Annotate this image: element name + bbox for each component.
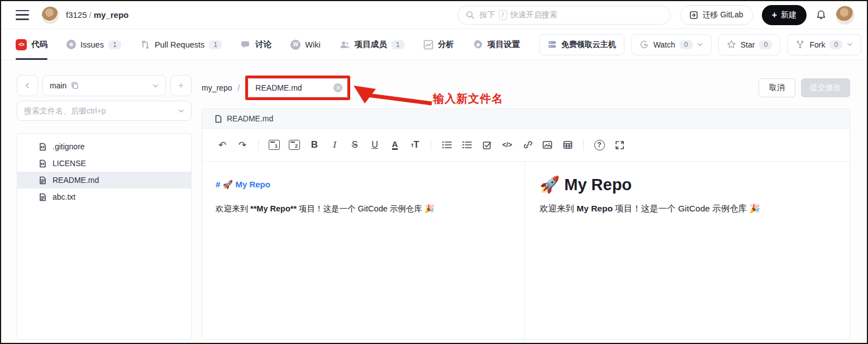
nav-actions: 免费领取云主机 Watch 0 Star 0 Fork 0: [539, 34, 862, 55]
font-color-icon[interactable]: A: [386, 136, 404, 154]
user-avatar[interactable]: [836, 6, 855, 25]
members-icon: [340, 40, 350, 50]
file-row-readme[interactable]: README.md: [17, 172, 191, 189]
bold-icon[interactable]: B: [306, 136, 323, 154]
file-row-license[interactable]: LICENSE: [17, 155, 191, 172]
image-icon[interactable]: [538, 136, 556, 154]
pr-count-badge: 1: [209, 40, 222, 49]
underline-icon[interactable]: U: [366, 136, 384, 154]
watch-eye-icon: [640, 40, 649, 49]
code-icon: <>: [16, 39, 27, 50]
preview-heading: 🚀 My Repo: [540, 175, 835, 194]
tab-issues[interactable]: Issues 1: [66, 29, 121, 60]
branch-name: main: [50, 81, 66, 90]
file-sidebar: main + .gitignore LICENSE: [17, 75, 192, 340]
heading2-icon[interactable]: 2: [285, 136, 303, 154]
watch-count: 0: [680, 40, 693, 49]
help-icon[interactable]: ?: [590, 136, 608, 154]
fullscreen-icon[interactable]: [611, 136, 628, 154]
tab-code[interactable]: <> 代码: [16, 29, 47, 60]
repo-name-link[interactable]: my_repo: [94, 10, 129, 20]
header-right: 按下 / 快速开启搜索 迁移 GitLab + 新建: [457, 5, 855, 25]
preview-paragraph: 欢迎来到 My Repo 项目！这是一个 GitCode 示例仓库 🎉: [540, 203, 835, 215]
free-cloud-host-button[interactable]: 免费领取云主机: [539, 34, 624, 55]
file-row-abc[interactable]: abc.txt: [17, 189, 191, 205]
tab-analytics[interactable]: 分析: [423, 29, 454, 60]
search-placeholder: 按下 / 快速开启搜索: [480, 10, 557, 20]
editor-column: my_repo / ✕ 取消 提交修改 输入新文件名: [202, 75, 850, 340]
markdown-preview-pane: 🚀 My Repo 欢迎来到 My Repo 项目！这是一个 GitCode 示…: [525, 162, 850, 339]
chat-icon: [241, 40, 251, 50]
members-count-badge: 1: [392, 40, 404, 49]
tab-members[interactable]: 项目成员 1: [340, 29, 404, 60]
copy-icon[interactable]: [71, 82, 79, 89]
filename-row: my_repo / ✕ 取消 提交修改 输入新文件名: [202, 75, 850, 101]
file-tree: .gitignore LICENSE README.md abc.txt: [17, 133, 192, 340]
watch-button[interactable]: Watch 0: [631, 34, 712, 55]
file-search-box[interactable]: [17, 101, 192, 121]
chevron-down-icon: [152, 83, 159, 89]
breadcrumb: f3125/my_repo: [66, 10, 128, 20]
owner-avatar[interactable]: [41, 6, 59, 24]
markdown-source-pane[interactable]: # 🚀 My Repo 欢迎来到 **My Repo** 项目！这是一个 Git…: [202, 162, 525, 339]
repo-owner-link[interactable]: f3125: [66, 10, 87, 20]
new-button[interactable]: + 新建: [762, 5, 807, 25]
edit-actions: 取消 提交修改: [759, 78, 850, 97]
code-block-icon[interactable]: </>: [498, 136, 516, 154]
fork-button[interactable]: Fork 0: [787, 34, 861, 55]
collapse-sidebar-button[interactable]: [17, 75, 38, 96]
content-area: main + .gitignore LICENSE: [1, 60, 867, 343]
chevron-down-icon: [178, 108, 184, 114]
issue-icon: [66, 40, 76, 49]
bullet-list-icon[interactable]: [438, 136, 456, 154]
doc-file-icon: [39, 176, 47, 185]
tab-discussion[interactable]: 讨论: [241, 29, 271, 60]
annotation-label: 输入新文件名: [433, 91, 503, 106]
filename-input[interactable]: [248, 78, 347, 97]
analytics-icon: [423, 40, 433, 50]
source-paragraph-line: 欢迎来到 **My Repo** 项目！这是一个 GitCode 示例仓库 🎉: [216, 202, 511, 216]
repo-nav: <> 代码 Issues 1 Pull Requests 1 讨论 W Wiki…: [1, 29, 867, 60]
pull-request-icon: [140, 40, 150, 50]
submit-changes-button[interactable]: 提交修改: [801, 78, 850, 97]
migrate-gitlab-button[interactable]: 迁移 GitLab: [680, 5, 753, 25]
redo-icon[interactable]: ↷: [233, 136, 251, 154]
file-icon: [214, 115, 222, 123]
editor-panes: # 🚀 My Repo 欢迎来到 **My Repo** 项目！这是一个 Git…: [202, 162, 850, 339]
global-search-input[interactable]: 按下 / 快速开启搜索: [457, 6, 671, 25]
sidebar-controls: main +: [17, 75, 192, 96]
ordered-list-icon[interactable]: [458, 136, 476, 154]
link-icon[interactable]: [518, 136, 536, 154]
task-list-icon[interactable]: [478, 136, 496, 154]
editor-toolbar: ↶ ↷ 1 2 B I S U A ᴛT: [202, 129, 850, 162]
code-file-icon: [39, 143, 47, 151]
wiki-icon: W: [290, 40, 301, 50]
tab-wiki[interactable]: W Wiki: [290, 29, 320, 60]
hamburger-menu-icon[interactable]: [16, 10, 29, 20]
tab-settings[interactable]: 项目设置: [473, 29, 520, 60]
table-icon[interactable]: [559, 136, 576, 154]
branch-selector[interactable]: main: [42, 75, 166, 96]
star-icon: [727, 40, 736, 49]
star-button[interactable]: Star 0: [718, 34, 781, 55]
breadcrumb-repo[interactable]: my_repo: [202, 83, 232, 92]
strikethrough-icon[interactable]: S: [346, 136, 364, 154]
notifications-bell-icon[interactable]: [815, 10, 827, 21]
file-row-gitignore[interactable]: .gitignore: [17, 138, 191, 155]
breadcrumb-separator: /: [237, 83, 240, 92]
tab-pull-requests[interactable]: Pull Requests 1: [140, 29, 222, 60]
heading1-icon[interactable]: 1: [265, 136, 283, 154]
file-search-input[interactable]: [24, 106, 178, 115]
add-file-button[interactable]: +: [170, 75, 192, 96]
italic-icon[interactable]: I: [326, 136, 344, 154]
plus-icon: +: [772, 10, 777, 20]
chevron-down-icon: [847, 41, 853, 48]
path-separator: /: [89, 10, 92, 20]
export-icon: [689, 11, 698, 20]
cancel-button[interactable]: 取消: [759, 78, 795, 97]
undo-icon[interactable]: ↶: [213, 136, 231, 154]
font-size-icon[interactable]: ᴛT: [406, 136, 424, 154]
editor-tab-label: README.md: [227, 114, 273, 123]
editor-tab-bar: README.md: [202, 109, 850, 129]
markdown-editor: README.md ↶ ↷ 1 2 B I S U A ᴛT: [202, 109, 850, 340]
